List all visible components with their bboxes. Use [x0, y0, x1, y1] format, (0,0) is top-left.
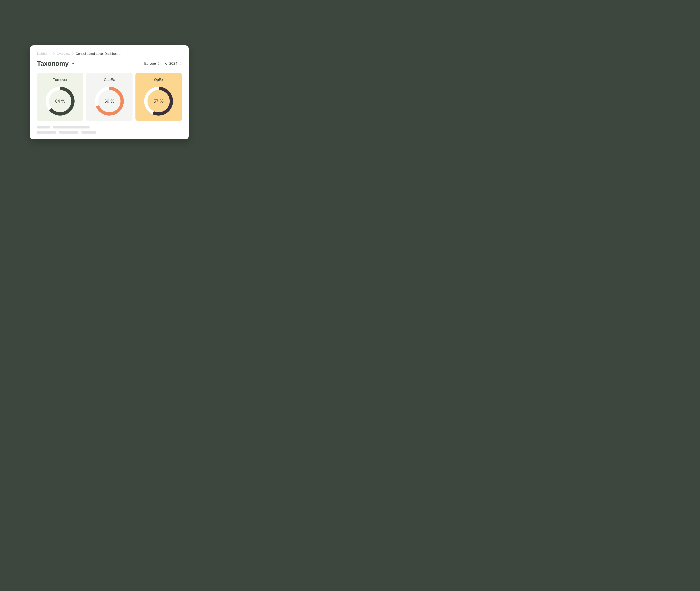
donut-chart: 57 %: [143, 86, 174, 117]
breadcrumb-current: Consolidated Level Dashboard: [76, 52, 121, 56]
breadcrumb-item[interactable]: Overview: [57, 52, 70, 56]
skeleton-row: [37, 126, 182, 128]
skeleton-bar: [59, 131, 78, 134]
metric-value: 64 %: [45, 86, 75, 117]
metric-card[interactable]: Turnover64 %: [37, 73, 83, 121]
metric-value: 69 %: [94, 86, 125, 117]
metric-card[interactable]: CapEx69 %: [86, 73, 132, 121]
metrics-row: Turnover64 %CapEx69 %OpEx57 %: [37, 73, 182, 121]
chevron-right-icon: [72, 53, 74, 55]
metric-title: Turnover: [53, 78, 67, 82]
sort-updown-icon: [158, 62, 160, 65]
year-picker: 2024: [165, 61, 182, 66]
skeleton-bar: [37, 131, 56, 134]
region-picker[interactable]: Europe: [144, 61, 160, 66]
title-dropdown[interactable]: Taxonomy: [37, 60, 74, 67]
metric-value: 57 %: [143, 86, 174, 117]
chevron-down-icon: [71, 62, 74, 65]
donut-chart: 64 %: [45, 86, 75, 117]
breadcrumb-item[interactable]: Dahboard: [37, 52, 51, 56]
skeleton-section: [37, 126, 182, 134]
skeleton-bar: [37, 126, 50, 128]
metric-title: CapEx: [104, 78, 115, 82]
skeleton-bar: [53, 126, 89, 128]
header-controls: Europe 2024: [144, 61, 182, 66]
chevron-right-icon: [53, 53, 55, 55]
metric-title: OpEx: [154, 78, 163, 82]
skeleton-row: [37, 131, 182, 134]
title-row: Taxonomy Europe 2024: [37, 60, 182, 67]
breadcrumb: Dahboard Overview Consolidated Level Das…: [37, 52, 182, 56]
metric-card[interactable]: OpEx57 %: [135, 73, 182, 121]
region-label: Europe: [144, 61, 156, 66]
skeleton-bar: [81, 131, 96, 134]
year-prev-button[interactable]: [165, 61, 167, 66]
year-label: 2024: [169, 61, 178, 66]
dashboard-card: Dahboard Overview Consolidated Level Das…: [30, 45, 189, 139]
page-title: Taxonomy: [37, 60, 69, 67]
donut-chart: 69 %: [94, 86, 125, 117]
year-next-button[interactable]: [180, 61, 182, 66]
